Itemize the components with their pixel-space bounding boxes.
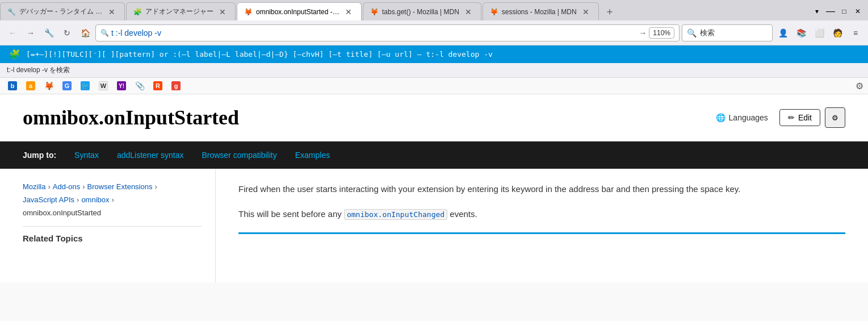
breadcrumb-sep1: › <box>48 182 50 191</box>
jump-examples[interactable]: Examples <box>295 151 330 160</box>
bookmarks-bar: b a 🦊 G 🐦 W Y! 📎 R g ⚙ <box>0 78 868 94</box>
bookmark-google-icon: G <box>62 81 72 90</box>
breadcrumb-sep3: › <box>154 182 157 191</box>
breadcrumb-row1: Mozilla › Add-ons › Browser Extensions › <box>23 182 202 191</box>
tab-close-debugger[interactable]: ✕ <box>106 6 118 18</box>
sidebar-divider <box>23 226 202 227</box>
breadcrumb-omnibox[interactable]: omnibox <box>81 195 109 204</box>
edit-button[interactable]: ✏ Edit <box>779 109 820 126</box>
tab-addon[interactable]: 🧩 アドオンマネージャー ✕ <box>126 2 236 20</box>
edit-label: Edit <box>798 113 812 122</box>
languages-button[interactable]: 🌐 Languages <box>709 110 775 126</box>
main-content: Mozilla › Add-ons › Browser Extensions ›… <box>0 169 868 282</box>
bookmark-bing-icon: b <box>8 81 17 90</box>
tab-close-addon[interactable]: ✕ <box>217 6 228 18</box>
bookmark-google[interactable]: G <box>59 80 75 91</box>
tab-icon-sessions: 🦊 <box>490 8 498 16</box>
tab-title-omnibox: omnibox.onInputStarted - Moz <box>256 8 339 16</box>
tools-button[interactable]: 🔧 <box>41 25 57 41</box>
page-header-actions: 🌐 Languages ✏ Edit ⚙ <box>709 107 845 128</box>
article: Fired when the user starts interacting w… <box>216 169 868 282</box>
sidebar-toggle[interactable]: ⬜ <box>811 25 827 41</box>
breadcrumb-addons[interactable]: Add-ons <box>53 182 80 191</box>
search-icon: 🔍 <box>100 29 109 37</box>
maximize-button[interactable]: □ <box>838 6 850 17</box>
refresh-button[interactable]: ↻ <box>59 25 75 41</box>
tab-close-omnibox[interactable]: ✕ <box>343 6 354 18</box>
tab-close-sessions[interactable]: ✕ <box>580 6 592 18</box>
breadcrumb-sep4: › <box>77 195 79 204</box>
article-code-link[interactable]: omnibox.onInputChanged <box>344 209 447 220</box>
search-bar[interactable]: 🔍 検索 <box>682 24 773 41</box>
bookmark-google2[interactable]: g <box>168 80 184 91</box>
search-bar-icon: 🔍 <box>687 28 697 37</box>
bookmark-wikipedia-icon: W <box>99 81 108 90</box>
bookmark-twitter[interactable]: 🐦 <box>77 80 93 91</box>
menu-button[interactable]: ≡ <box>848 25 863 41</box>
tab-dropdown[interactable]: ▾ <box>811 6 823 17</box>
tab-bar: 🔧 デバッガー - ランタイム / this-firefc ✕ 🧩 アドオンマネ… <box>0 0 868 20</box>
bookmarks-settings-icon[interactable]: ⚙ <box>856 81 863 91</box>
breadcrumb-mozilla[interactable]: Mozilla <box>23 182 45 191</box>
bookmark-pinboard[interactable]: 📎 <box>132 80 148 91</box>
new-tab-button[interactable]: ＋ <box>600 2 619 20</box>
navigation-bar: ← → 🔧 ↻ 🏠 🔍 → 110% 🔍 検索 👤 📚 ⬜ 🧑 ≡ <box>0 20 868 45</box>
tab-title-debugger: デバッガー - ランタイム / this-firefc <box>19 7 103 16</box>
address-input[interactable] <box>111 28 636 37</box>
bookmark-pinboard-icon: 📎 <box>135 81 144 90</box>
settings-icon: ⚙ <box>832 114 838 122</box>
breadcrumb-sep2: › <box>82 182 85 191</box>
article-para1: Fired when the user starts interacting w… <box>238 182 845 196</box>
article-para2-after: events. <box>447 209 477 219</box>
account-button[interactable]: 👤 <box>775 25 791 41</box>
close-button[interactable]: ✕ <box>852 6 863 17</box>
tab-title-sessions: sessions - Mozilla | MDN <box>502 8 577 16</box>
bookmark-amazon[interactable]: a <box>23 80 39 91</box>
search-label-bar: t:-l develop -v を検索 <box>0 63 868 78</box>
tab-omnibox[interactable]: 🦊 omnibox.onInputStarted - Moz ✕ <box>237 2 362 20</box>
jump-compat[interactable]: Browser compatibility <box>202 151 276 160</box>
bookmark-reddit[interactable]: R <box>150 80 166 91</box>
nav-right-icons: 👤 📚 ⬜ 🧑 ≡ <box>775 25 863 41</box>
profile-button[interactable]: 🧑 <box>829 25 845 41</box>
bookmark-wikipedia[interactable]: W <box>95 80 111 91</box>
back-button[interactable]: ← <box>5 25 20 41</box>
lang-label: Languages <box>729 113 768 122</box>
breadcrumb-sep5: › <box>112 195 114 204</box>
bookmark-yahoo-icon: Y! <box>117 81 126 90</box>
zoom-level[interactable]: 110% <box>649 27 674 39</box>
tab-icon-debugger: 🔧 <box>7 8 16 16</box>
tab-debugger[interactable]: 🔧 デバッガー - ランタイム / this-firefc ✕ <box>0 2 125 20</box>
bookmark-twitter-icon: 🐦 <box>81 81 90 90</box>
info-bar-text: [=+–][!][TULC][⁻][ ][pattern] or :(–l la… <box>26 50 493 59</box>
sidebar: Mozilla › Add-ons › Browser Extensions ›… <box>0 169 216 282</box>
tab-tabsget[interactable]: 🦊 tabs.get() - Mozilla | MDN ✕ <box>363 2 481 20</box>
bookmark-yahoo[interactable]: Y! <box>114 80 129 91</box>
related-topics-heading: Related Topics <box>23 234 202 243</box>
forward-button[interactable]: → <box>23 25 39 41</box>
jump-addlistener[interactable]: addListener syntax <box>117 151 184 160</box>
jump-syntax[interactable]: Syntax <box>74 151 99 160</box>
bookmark-google2-icon: g <box>171 81 181 90</box>
tab-title-addon: アドオンマネージャー <box>145 7 213 16</box>
tab-sessions[interactable]: 🦊 sessions - Mozilla | MDN ✕ <box>483 2 599 20</box>
article-divider <box>238 232 845 234</box>
edit-icon: ✏ <box>788 113 795 122</box>
page-settings-button[interactable]: ⚙ <box>825 107 845 128</box>
sidebar-current-page: omnibox.onInputStarted <box>23 209 202 217</box>
article-para2: This will be sent before any omnibox.onI… <box>238 207 845 221</box>
bookmark-firefox[interactable]: 🦊 <box>41 80 57 91</box>
library-button[interactable]: 📚 <box>793 25 809 41</box>
address-bar[interactable]: 🔍 → 110% <box>95 24 680 41</box>
bookmark-reddit-icon: R <box>153 81 162 90</box>
breadcrumb-jsapis[interactable]: JavaScript APIs <box>23 195 74 204</box>
home-button[interactable]: 🏠 <box>77 25 93 41</box>
lang-icon: 🌐 <box>716 113 726 122</box>
breadcrumb-row2: JavaScript APIs › omnibox › <box>23 195 202 204</box>
address-forward-arrow: → <box>639 28 647 37</box>
breadcrumb-extensions[interactable]: Browser Extensions <box>87 182 153 191</box>
bookmark-bing[interactable]: b <box>5 80 20 91</box>
page-title: omnibox.onInputStarted <box>23 106 239 130</box>
tab-close-tabsget[interactable]: ✕ <box>463 6 474 18</box>
minimize-button[interactable]: — <box>825 6 836 17</box>
